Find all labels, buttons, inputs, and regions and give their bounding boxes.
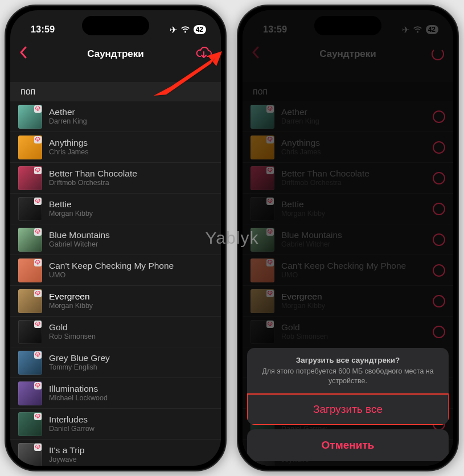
track-name: Bettie bbox=[49, 199, 93, 210]
airplane-icon: ✈︎ bbox=[170, 24, 177, 35]
album-art bbox=[18, 320, 42, 344]
track-artist: Darren King bbox=[49, 117, 87, 126]
track-artist: Joywave bbox=[49, 456, 84, 464]
cloud-download-icon bbox=[196, 47, 212, 59]
phone-frame-right: 13:59 ✈︎ 42 Саундтреки поп AetherDarren … bbox=[237, 5, 459, 471]
album-art bbox=[18, 197, 42, 221]
album-art bbox=[18, 381, 42, 405]
track-name: Blue Mountains bbox=[49, 230, 110, 240]
album-art bbox=[18, 105, 42, 129]
track-row[interactable]: It's a TripJoywave bbox=[10, 440, 221, 466]
track-artist: UMO bbox=[49, 271, 174, 280]
section-header: поп bbox=[10, 82, 221, 101]
nav-title: Саундтреки bbox=[87, 48, 144, 60]
track-name: Better Than Chocolate bbox=[49, 169, 137, 179]
album-art bbox=[18, 443, 42, 466]
track-list[interactable]: AetherDarren KingAnythingsChris JamesBet… bbox=[10, 101, 221, 466]
track-meta: Blue MountainsGabriel Witcher bbox=[49, 230, 110, 249]
track-artist: Gabriel Witcher bbox=[49, 240, 110, 249]
screen: 13:59 ✈︎ 42 Саундтреки поп AetherDarren … bbox=[10, 10, 221, 466]
track-meta: BettieMorgan Kibby bbox=[49, 199, 93, 218]
action-sheet-block: Загрузить все саундтреки? Для этого потр… bbox=[247, 348, 449, 425]
track-artist: Driftmob Orchestra bbox=[49, 179, 137, 187]
album-art bbox=[18, 166, 42, 190]
section-label: поп bbox=[20, 87, 35, 97]
track-name: Gold bbox=[49, 322, 96, 333]
status-time: 13:59 bbox=[31, 24, 55, 35]
track-row[interactable]: Blue MountainsGabriel Witcher bbox=[10, 224, 221, 255]
track-meta: InterludesDaniel Garrow bbox=[49, 415, 95, 433]
track-artist: Daniel Garrow bbox=[49, 425, 95, 433]
track-meta: EvergreenMorgan Kibby bbox=[49, 292, 93, 310]
track-artist: Michael Lockwood bbox=[49, 394, 108, 403]
download-cloud-button[interactable] bbox=[196, 47, 212, 61]
sheet-detail: Для этого потребуется 600 МБ свободного … bbox=[258, 367, 437, 386]
track-meta: Grey Blue GreyTommy English bbox=[49, 353, 110, 372]
chevron-left-icon bbox=[19, 46, 27, 59]
track-name: Illuminations bbox=[49, 384, 108, 394]
track-name: Evergreen bbox=[49, 292, 93, 302]
album-art bbox=[18, 228, 42, 252]
watermark: Yablyk bbox=[206, 228, 259, 248]
action-sheet-message: Загрузить все саундтреки? Для этого потр… bbox=[247, 348, 449, 394]
track-row[interactable]: Better Than ChocolateDriftmob Orchestra bbox=[10, 163, 221, 194]
track-row[interactable]: AetherDarren King bbox=[10, 101, 221, 132]
track-name: It's a Trip bbox=[49, 445, 84, 456]
track-name: Anythings bbox=[49, 138, 88, 148]
battery-indicator: 42 bbox=[194, 25, 206, 34]
track-name: Interludes bbox=[49, 415, 95, 425]
track-artist: Rob Simonsen bbox=[49, 333, 96, 341]
track-meta: AetherDarren King bbox=[49, 107, 87, 126]
track-row[interactable]: IlluminationsMichael Lockwood bbox=[10, 378, 221, 409]
track-row[interactable]: AnythingsChris James bbox=[10, 132, 221, 163]
track-meta: AnythingsChris James bbox=[49, 138, 88, 157]
track-row[interactable]: Grey Blue GreyTommy English bbox=[10, 347, 221, 378]
track-artist: Chris James bbox=[49, 148, 88, 157]
wifi-icon bbox=[180, 26, 190, 33]
track-meta: IlluminationsMichael Lockwood bbox=[49, 384, 108, 403]
track-artist: Morgan Kibby bbox=[49, 210, 93, 218]
nav-bar: Саундтреки bbox=[10, 41, 221, 67]
action-sheet: Загрузить все саундтреки? Для этого потр… bbox=[247, 348, 449, 461]
track-name: Can't Keep Checking My Phone bbox=[49, 261, 174, 271]
track-row[interactable]: Can't Keep Checking My PhoneUMO bbox=[10, 255, 221, 286]
track-artist: Tommy English bbox=[49, 363, 110, 372]
sheet-title: Загрузить все саундтреки? bbox=[258, 356, 437, 364]
cancel-label: Отменить bbox=[322, 439, 375, 452]
status-indicators: ✈︎ 42 bbox=[170, 24, 206, 35]
phone-frame-left: 13:59 ✈︎ 42 Саундтреки поп AetherDarren … bbox=[5, 5, 227, 471]
track-row[interactable]: InterludesDaniel Garrow bbox=[10, 409, 221, 440]
album-art bbox=[18, 351, 42, 375]
track-meta: GoldRob Simonsen bbox=[49, 322, 96, 341]
track-name: Aether bbox=[49, 107, 87, 117]
track-meta: Can't Keep Checking My PhoneUMO bbox=[49, 261, 174, 280]
track-name: Grey Blue Grey bbox=[49, 353, 110, 363]
track-meta: It's a TripJoywave bbox=[49, 445, 84, 464]
track-artist: Morgan Kibby bbox=[49, 302, 93, 310]
album-art bbox=[18, 412, 42, 436]
album-art bbox=[18, 289, 42, 313]
album-art bbox=[18, 136, 42, 159]
screen: 13:59 ✈︎ 42 Саундтреки поп AetherDarren … bbox=[243, 10, 453, 466]
cancel-button[interactable]: Отменить bbox=[247, 429, 449, 461]
download-all-button[interactable]: Загрузить все bbox=[247, 393, 449, 425]
track-row[interactable]: GoldRob Simonsen bbox=[10, 317, 221, 347]
album-art bbox=[18, 258, 42, 282]
track-row[interactable]: EvergreenMorgan Kibby bbox=[10, 286, 221, 317]
track-meta: Better Than ChocolateDriftmob Orchestra bbox=[49, 169, 137, 187]
dynamic-island bbox=[82, 16, 149, 35]
back-button[interactable] bbox=[19, 46, 27, 62]
download-all-label: Загрузить все bbox=[313, 403, 383, 416]
track-row[interactable]: BettieMorgan Kibby bbox=[10, 194, 221, 224]
